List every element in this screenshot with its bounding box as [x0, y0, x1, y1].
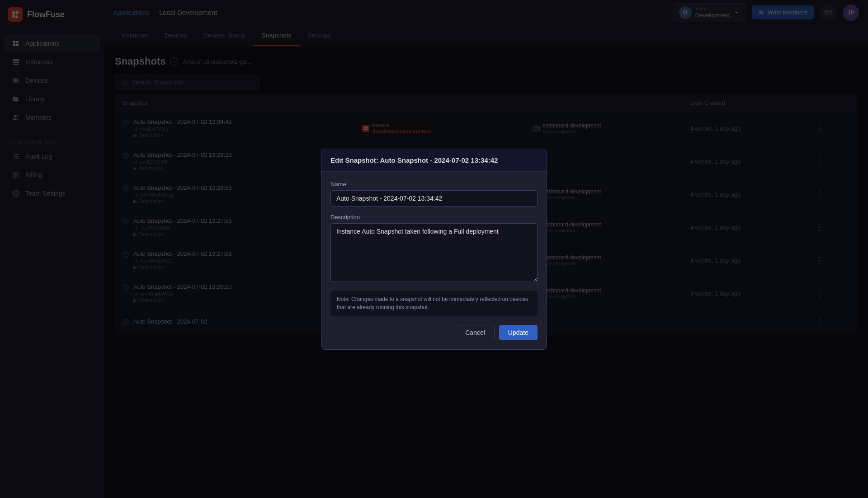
modal-title: Edit Snapshot: Auto Snapshot - 2024-07-0… — [330, 156, 498, 164]
modal-footer: Cancel Update — [330, 323, 538, 340]
modal-note: Note: Changes made to a snapshot will no… — [330, 291, 538, 316]
name-field-group: Name — [330, 181, 538, 207]
modal-header: Edit Snapshot: Auto Snapshot - 2024-07-0… — [321, 149, 547, 172]
description-label: Description — [330, 214, 538, 221]
update-button[interactable]: Update — [499, 325, 538, 340]
edit-snapshot-modal: Edit Snapshot: Auto Snapshot - 2024-07-0… — [321, 149, 547, 350]
name-input[interactable] — [330, 190, 538, 207]
description-field-group: Description — [330, 214, 538, 283]
cancel-button[interactable]: Cancel — [456, 325, 495, 340]
name-label: Name — [330, 181, 538, 188]
modal-body: Name Description Note: Changes made to a… — [321, 172, 547, 349]
modal-overlay[interactable]: Edit Snapshot: Auto Snapshot - 2024-07-0… — [0, 0, 868, 498]
description-textarea[interactable] — [330, 223, 538, 282]
